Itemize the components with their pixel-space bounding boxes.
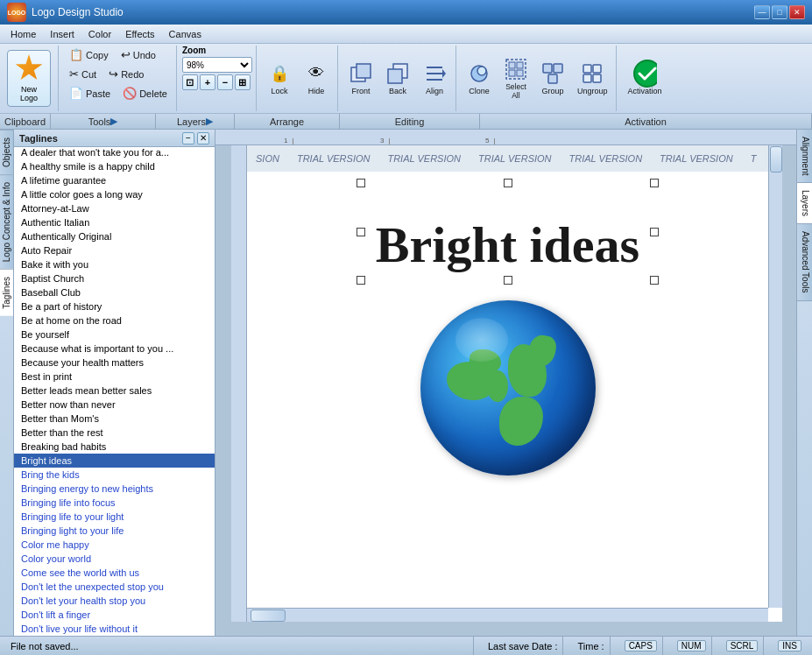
zoom-reset-button[interactable]: ⊞ bbox=[235, 74, 251, 90]
tagline-item[interactable]: Bringing light to your life bbox=[14, 524, 215, 538]
back-button[interactable]: Back bbox=[380, 58, 415, 100]
handle-br[interactable] bbox=[650, 276, 659, 285]
tagline-item[interactable]: Bringing life into focus bbox=[14, 496, 215, 510]
zoom-in-button[interactable]: + bbox=[200, 74, 215, 90]
close-button[interactable]: ✕ bbox=[789, 5, 805, 19]
text-object[interactable]: Bright ideas bbox=[358, 180, 657, 283]
handle-mr[interactable] bbox=[650, 228, 659, 236]
tagline-item[interactable]: Best in print bbox=[14, 370, 215, 384]
copy-button[interactable]: 📋 Copy bbox=[64, 46, 114, 64]
menu-canvas[interactable]: Canvas bbox=[162, 27, 208, 41]
hide-button[interactable]: 👁 Hide bbox=[299, 58, 334, 100]
scrollbar-vertical[interactable] bbox=[768, 145, 782, 608]
taglines-list[interactable]: #1 in serviceA congregation that's famil… bbox=[14, 147, 215, 636]
handle-bm[interactable] bbox=[504, 276, 512, 285]
tagline-item[interactable]: Be a part of history bbox=[14, 299, 215, 313]
tagline-item[interactable]: Bring the kids bbox=[14, 468, 215, 482]
handle-bl[interactable] bbox=[357, 276, 365, 285]
tools-expand-arrow[interactable]: ▶ bbox=[110, 116, 117, 127]
rtab-layers[interactable]: Layers bbox=[797, 183, 812, 224]
canvas-area[interactable]: 1 3 5 SION TRIAL VERSION TRIAL VERSION bbox=[215, 130, 796, 636]
tagline-item[interactable]: Baseball Club bbox=[14, 285, 215, 299]
tagline-item[interactable]: Authentically Original bbox=[14, 229, 215, 243]
group-icon bbox=[540, 61, 565, 86]
cut-button[interactable]: ✂ Cut bbox=[64, 65, 102, 83]
tagline-item[interactable]: Color your world bbox=[14, 552, 215, 566]
clone-button[interactable]: Clone bbox=[462, 58, 497, 100]
rtab-advanced[interactable]: Advanced Tools bbox=[797, 224, 812, 300]
svg-point-22 bbox=[634, 60, 657, 87]
tagline-item[interactable]: Don't let your health stop you bbox=[14, 594, 215, 608]
new-logo-button[interactable]: NewLogo bbox=[7, 50, 51, 107]
main-text[interactable]: Bright ideas bbox=[358, 207, 657, 283]
tagline-item[interactable]: A little color goes a long way bbox=[14, 187, 215, 201]
tagline-item[interactable]: Because what is important to you ... bbox=[14, 342, 215, 356]
front-button[interactable]: Front bbox=[343, 58, 378, 100]
statusbar: File not saved... Last save Date : Time … bbox=[0, 636, 812, 655]
activation-button[interactable]: Activation bbox=[622, 58, 667, 100]
zoom-select[interactable]: 98% 50% 75% 100% 150% 200% bbox=[182, 57, 252, 73]
vtab-objects[interactable]: Objects bbox=[0, 130, 13, 174]
tagline-item[interactable]: Don't let the unexpected stop you bbox=[14, 580, 215, 594]
zoom-out-button[interactable]: − bbox=[217, 74, 233, 90]
tagline-item[interactable]: Bright ideas bbox=[14, 454, 215, 468]
tagline-item[interactable]: Better now than never bbox=[14, 398, 215, 412]
tagline-item[interactable]: Authentic Italian bbox=[14, 215, 215, 229]
tagline-item[interactable]: Auto Repair bbox=[14, 243, 215, 257]
handle-ml[interactable] bbox=[357, 228, 365, 236]
globe-object[interactable] bbox=[420, 300, 596, 475]
tagline-item[interactable]: Bringing energy to new heights bbox=[14, 482, 215, 496]
layers-section: 🔒 Lock 👁 Hide bbox=[258, 46, 338, 111]
maximize-button[interactable]: □ bbox=[772, 5, 787, 19]
redo-button[interactable]: ↪ Redo bbox=[103, 65, 149, 83]
tagline-item[interactable]: Better than the rest bbox=[14, 426, 215, 440]
tagline-item[interactable]: A healthy smile is a happy child bbox=[14, 159, 215, 173]
cut-icon: ✂ bbox=[69, 67, 79, 81]
menubar: Home Insert Color Effects Canvas bbox=[0, 25, 812, 44]
tagline-item[interactable]: Be at home on the road bbox=[14, 313, 215, 328]
menu-insert[interactable]: Insert bbox=[43, 27, 81, 41]
scrollbar-horizontal[interactable] bbox=[247, 608, 768, 622]
tagline-item[interactable]: Don't lift a finger bbox=[14, 608, 215, 622]
panel-pin-button[interactable]: − bbox=[182, 132, 194, 144]
ungroup-button[interactable]: Ungroup bbox=[572, 58, 613, 100]
tagline-item[interactable]: Don't live your life without it bbox=[14, 622, 215, 636]
tagline-item[interactable]: Because your health matters bbox=[14, 356, 215, 370]
menu-effects[interactable]: Effects bbox=[118, 27, 161, 41]
tagline-item[interactable]: Better leads mean better sales bbox=[14, 384, 215, 398]
menu-home[interactable]: Home bbox=[4, 27, 43, 41]
tagline-item[interactable]: A dealer that won't take you for a... bbox=[14, 147, 215, 159]
tagline-item[interactable]: Attorney-at-Law bbox=[14, 201, 215, 215]
delete-icon: 🚫 bbox=[123, 87, 137, 100]
menu-color[interactable]: Color bbox=[81, 27, 118, 41]
tagline-item[interactable]: Bringing life to your light bbox=[14, 510, 215, 524]
paste-button[interactable]: 📄 Paste bbox=[64, 84, 116, 102]
delete-button[interactable]: 🚫 Delete bbox=[117, 84, 173, 102]
handle-tr[interactable] bbox=[650, 179, 659, 187]
ins-section: INS bbox=[773, 637, 807, 655]
vtab-logoconcept[interactable]: Logo Concept & Info bbox=[0, 174, 13, 269]
handle-tl[interactable] bbox=[357, 179, 365, 187]
zoom-fit-button[interactable]: ⊡ bbox=[182, 74, 198, 90]
tagline-item[interactable]: Bake it with you bbox=[14, 257, 215, 271]
handle-tm[interactable] bbox=[504, 179, 512, 187]
rtab-alignment[interactable]: Alignment bbox=[797, 130, 812, 183]
tagline-item[interactable]: Come see the world with us bbox=[14, 566, 215, 580]
undo-button[interactable]: ↩ Undo bbox=[116, 46, 161, 64]
layers-expand-arrow[interactable]: ▶ bbox=[206, 116, 213, 127]
canvas-white[interactable]: SION TRIAL VERSION TRIAL VERSION TRIAL V… bbox=[247, 145, 768, 608]
tagline-item[interactable]: A lifetime guarantee bbox=[14, 173, 215, 187]
tagline-item[interactable]: Color me happy bbox=[14, 538, 215, 552]
group-button[interactable]: Group bbox=[535, 58, 570, 100]
tagline-item[interactable]: Be yourself bbox=[14, 328, 215, 342]
tagline-item[interactable]: Breaking bad habits bbox=[14, 440, 215, 454]
select-all-button[interactable]: SelectAll bbox=[498, 53, 533, 103]
lock-button[interactable]: 🔒 Lock bbox=[262, 58, 297, 100]
align-button[interactable]: Align bbox=[417, 58, 452, 100]
tagline-item[interactable]: Better than Mom's bbox=[14, 412, 215, 426]
zoom-label: Zoom bbox=[182, 46, 206, 55]
panel-close-button[interactable]: ✕ bbox=[197, 132, 209, 144]
vtab-taglines[interactable]: Taglines bbox=[0, 269, 13, 316]
minimize-button[interactable]: — bbox=[754, 5, 770, 19]
tagline-item[interactable]: Baptist Church bbox=[14, 271, 215, 285]
